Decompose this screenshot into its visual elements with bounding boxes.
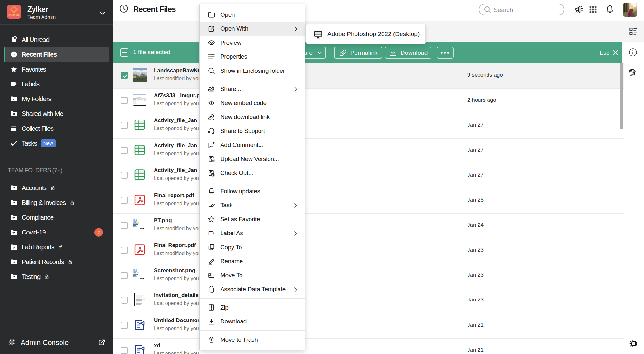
svg-text:ZYLKER INC.: ZYLKER INC. [9, 14, 20, 16]
